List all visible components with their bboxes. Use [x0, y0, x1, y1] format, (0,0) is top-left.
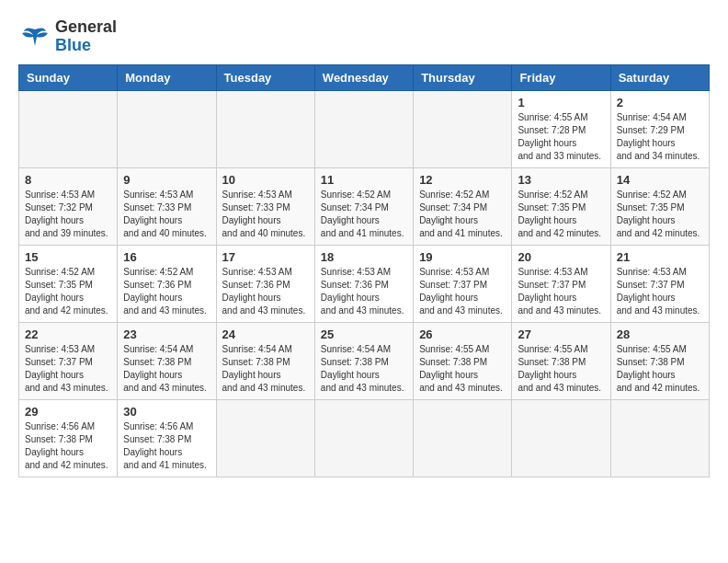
calendar-table: SundayMondayTuesdayWednesdayThursdayFrid…	[18, 64, 710, 477]
cell-info: Sunrise: 4:52 AMSunset: 7:36 PMDaylight …	[123, 266, 210, 317]
calendar-cell: 11Sunrise: 4:52 AMSunset: 7:34 PMDayligh…	[314, 167, 413, 245]
calendar-cell: 17Sunrise: 4:53 AMSunset: 7:36 PMDayligh…	[216, 245, 314, 322]
weekday-header: Saturday	[610, 64, 709, 90]
day-number: 30	[123, 405, 210, 419]
day-number: 8	[25, 173, 111, 187]
calendar-cell: 21Sunrise: 4:53 AMSunset: 7:37 PMDayligh…	[610, 245, 709, 322]
logo-bird-icon	[18, 20, 51, 53]
day-number: 16	[123, 250, 210, 264]
calendar-cell	[610, 399, 709, 477]
weekday-header: Thursday	[414, 64, 512, 90]
cell-info: Sunrise: 4:55 AMSunset: 7:38 PMDaylight …	[518, 343, 604, 395]
day-number: 11	[321, 173, 407, 187]
calendar-cell: 30Sunrise: 4:56 AMSunset: 7:38 PMDayligh…	[118, 399, 216, 477]
day-number: 2	[617, 96, 703, 109]
calendar-cell	[314, 90, 413, 167]
logo: General Blue	[18, 18, 117, 55]
day-number: 20	[518, 250, 604, 264]
weekday-header: Friday	[512, 64, 610, 90]
day-number: 13	[518, 173, 604, 187]
day-number: 9	[123, 173, 210, 187]
calendar-cell: 15Sunrise: 4:52 AMSunset: 7:35 PMDayligh…	[19, 245, 118, 322]
day-number: 29	[25, 405, 111, 419]
calendar-cell: 10Sunrise: 4:53 AMSunset: 7:33 PMDayligh…	[216, 167, 314, 245]
calendar-cell: 2Sunrise: 4:54 AMSunset: 7:29 PMDaylight…	[610, 90, 709, 167]
calendar-cell: 8Sunrise: 4:53 AMSunset: 7:32 PMDaylight…	[19, 167, 118, 245]
cell-info: Sunrise: 4:55 AMSunset: 7:38 PMDaylight …	[617, 343, 703, 395]
cell-info: Sunrise: 4:53 AMSunset: 7:32 PMDaylight …	[25, 189, 111, 240]
calendar-cell	[118, 90, 216, 167]
logo-general-text: General	[55, 18, 117, 37]
calendar-cell	[512, 399, 610, 477]
calendar-cell: 23Sunrise: 4:54 AMSunset: 7:38 PMDayligh…	[118, 322, 216, 399]
calendar-cell: 28Sunrise: 4:55 AMSunset: 7:38 PMDayligh…	[610, 322, 709, 399]
calendar-cell: 20Sunrise: 4:53 AMSunset: 7:37 PMDayligh…	[512, 245, 610, 322]
cell-info: Sunrise: 4:54 AMSunset: 7:29 PMDaylight …	[617, 111, 703, 163]
cell-info: Sunrise: 4:55 AMSunset: 7:38 PMDaylight …	[419, 343, 506, 395]
weekday-header: Sunday	[19, 64, 118, 90]
cell-info: Sunrise: 4:52 AMSunset: 7:35 PMDaylight …	[617, 189, 703, 240]
calendar-cell	[216, 90, 314, 167]
logo-blue-text: Blue	[55, 37, 117, 55]
logo-text: General Blue	[55, 18, 117, 55]
cell-info: Sunrise: 4:55 AMSunset: 7:28 PMDaylight …	[518, 111, 604, 163]
cell-info: Sunrise: 4:53 AMSunset: 7:37 PMDaylight …	[419, 266, 506, 317]
cell-info: Sunrise: 4:52 AMSunset: 7:35 PMDaylight …	[518, 189, 604, 240]
weekday-header: Wednesday	[314, 64, 413, 90]
cell-info: Sunrise: 4:54 AMSunset: 7:38 PMDaylight …	[123, 343, 210, 395]
day-number: 28	[617, 327, 703, 341]
day-number: 17	[222, 250, 309, 264]
calendar-cell: 26Sunrise: 4:55 AMSunset: 7:38 PMDayligh…	[414, 322, 512, 399]
day-number: 25	[321, 327, 407, 341]
calendar-week-row: 1Sunrise: 4:55 AMSunset: 7:28 PMDaylight…	[19, 90, 710, 167]
day-number: 14	[617, 173, 703, 187]
day-number: 27	[518, 327, 604, 341]
day-number: 19	[419, 250, 506, 264]
cell-info: Sunrise: 4:56 AMSunset: 7:38 PMDaylight …	[123, 420, 210, 472]
calendar-cell	[216, 399, 314, 477]
cell-info: Sunrise: 4:52 AMSunset: 7:34 PMDaylight …	[419, 189, 506, 240]
cell-info: Sunrise: 4:53 AMSunset: 7:37 PMDaylight …	[25, 343, 111, 395]
day-number: 15	[25, 250, 111, 264]
day-number: 1	[518, 96, 604, 109]
calendar-cell: 14Sunrise: 4:52 AMSunset: 7:35 PMDayligh…	[610, 167, 709, 245]
day-number: 22	[25, 327, 111, 341]
day-number: 23	[123, 327, 210, 341]
cell-info: Sunrise: 4:53 AMSunset: 7:33 PMDaylight …	[123, 189, 210, 240]
calendar-cell	[19, 90, 118, 167]
calendar-header-row: SundayMondayTuesdayWednesdayThursdayFrid…	[19, 64, 710, 90]
calendar-cell: 12Sunrise: 4:52 AMSunset: 7:34 PMDayligh…	[414, 167, 512, 245]
cell-info: Sunrise: 4:53 AMSunset: 7:37 PMDaylight …	[617, 266, 703, 317]
calendar-week-row: 8Sunrise: 4:53 AMSunset: 7:32 PMDaylight…	[19, 167, 710, 245]
calendar-week-row: 15Sunrise: 4:52 AMSunset: 7:35 PMDayligh…	[19, 245, 710, 322]
cell-info: Sunrise: 4:53 AMSunset: 7:36 PMDaylight …	[321, 266, 407, 317]
day-number: 12	[419, 173, 506, 187]
day-number: 18	[321, 250, 407, 264]
weekday-header: Tuesday	[216, 64, 314, 90]
calendar-cell: 27Sunrise: 4:55 AMSunset: 7:38 PMDayligh…	[512, 322, 610, 399]
day-number: 10	[222, 173, 309, 187]
calendar-cell: 18Sunrise: 4:53 AMSunset: 7:36 PMDayligh…	[314, 245, 413, 322]
cell-info: Sunrise: 4:52 AMSunset: 7:34 PMDaylight …	[321, 189, 407, 240]
calendar-cell: 19Sunrise: 4:53 AMSunset: 7:37 PMDayligh…	[414, 245, 512, 322]
calendar-cell	[314, 399, 413, 477]
day-number: 21	[617, 250, 703, 264]
calendar-cell: 16Sunrise: 4:52 AMSunset: 7:36 PMDayligh…	[118, 245, 216, 322]
day-number: 26	[419, 327, 506, 341]
page-header: General Blue	[18, 18, 710, 55]
cell-info: Sunrise: 4:54 AMSunset: 7:38 PMDaylight …	[222, 343, 309, 395]
day-number: 24	[222, 327, 309, 341]
cell-info: Sunrise: 4:56 AMSunset: 7:38 PMDaylight …	[25, 420, 111, 472]
calendar-week-row: 29Sunrise: 4:56 AMSunset: 7:38 PMDayligh…	[19, 399, 710, 477]
calendar-week-row: 22Sunrise: 4:53 AMSunset: 7:37 PMDayligh…	[19, 322, 710, 399]
cell-info: Sunrise: 4:53 AMSunset: 7:33 PMDaylight …	[222, 189, 309, 240]
calendar-cell: 13Sunrise: 4:52 AMSunset: 7:35 PMDayligh…	[512, 167, 610, 245]
calendar-cell: 29Sunrise: 4:56 AMSunset: 7:38 PMDayligh…	[19, 399, 118, 477]
cell-info: Sunrise: 4:54 AMSunset: 7:38 PMDaylight …	[321, 343, 407, 395]
weekday-header: Monday	[118, 64, 216, 90]
calendar-cell	[414, 90, 512, 167]
calendar-cell: 22Sunrise: 4:53 AMSunset: 7:37 PMDayligh…	[19, 322, 118, 399]
cell-info: Sunrise: 4:52 AMSunset: 7:35 PMDaylight …	[25, 266, 111, 317]
cell-info: Sunrise: 4:53 AMSunset: 7:36 PMDaylight …	[222, 266, 309, 317]
calendar-cell	[414, 399, 512, 477]
